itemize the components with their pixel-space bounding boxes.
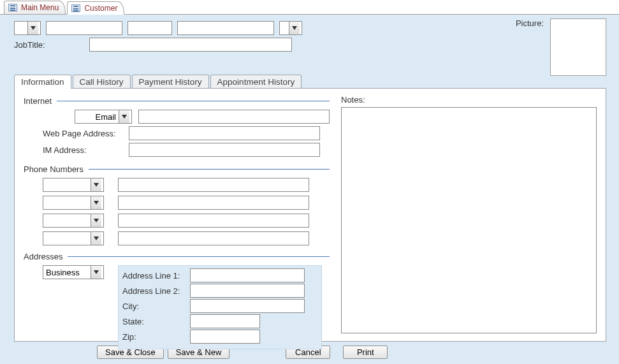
address-state-row: State: [122, 314, 316, 328]
chevron-down-icon [122, 115, 127, 119]
im-input[interactable] [129, 143, 320, 157]
addr-zip-input[interactable] [190, 330, 260, 344]
chevron-down-icon [94, 219, 99, 222]
phone-type-input[interactable] [43, 196, 91, 209]
address-city-row: City: [122, 299, 316, 313]
group-label: Phone Numbers [24, 164, 84, 174]
chevron-down-icon [94, 183, 99, 187]
phone-row-1 [24, 178, 330, 192]
tab-payment-history[interactable]: Payment History [132, 75, 209, 89]
detail-tabset: Information Call History Payment History… [14, 75, 606, 342]
tab-customer[interactable]: Customer [67, 1, 124, 15]
tab-call-history[interactable]: Call History [73, 75, 131, 89]
suffix-input[interactable] [280, 22, 289, 34]
addr-line2-input[interactable] [190, 284, 305, 298]
address-zip-row: Zip: [122, 330, 316, 344]
notes-textarea[interactable] [341, 107, 597, 333]
phone-type-input[interactable] [43, 232, 91, 245]
detail-tab-bar: Information Call History Payment History… [14, 75, 606, 89]
tab-appointment-history[interactable]: Appointment History [210, 75, 302, 89]
left-column: Internet Web Page Address: [24, 95, 330, 333]
jobtitle-input[interactable] [89, 38, 292, 52]
last-name-input[interactable] [177, 21, 274, 35]
phone-number-input[interactable] [118, 214, 309, 228]
main-tab-bar: Main Menu Customer [0, 0, 619, 15]
webpage-label: Web Page Address: [43, 129, 122, 138]
title-input[interactable] [15, 22, 27, 34]
phone-type-combo[interactable] [43, 214, 104, 228]
email-input[interactable] [138, 110, 330, 124]
webpage-input[interactable] [129, 126, 320, 140]
tab-main-menu[interactable]: Main Menu [4, 1, 66, 14]
customer-form: JobTitle: Picture: Information Call Hist… [0, 15, 619, 364]
dropdown-button[interactable] [91, 196, 101, 209]
first-name-input[interactable] [46, 21, 122, 35]
chevron-down-icon [292, 26, 297, 30]
addr-city-label: City: [122, 302, 186, 311]
chevron-down-icon [94, 237, 99, 240]
svg-marker-7 [94, 270, 99, 274]
chevron-down-icon [94, 270, 99, 274]
address-line2-row: Address Line 2: [122, 284, 316, 298]
addr-line1-label: Address Line 1: [122, 271, 186, 280]
email-type-input[interactable] [75, 110, 119, 123]
svg-marker-3 [94, 183, 99, 187]
email-row [24, 110, 330, 124]
phone-type-combo[interactable] [43, 196, 104, 210]
tab-information[interactable]: Information [14, 75, 71, 89]
phone-type-input[interactable] [43, 214, 91, 227]
address-type-input[interactable] [43, 266, 91, 279]
phone-number-input[interactable] [118, 196, 309, 210]
svg-marker-2 [122, 115, 127, 119]
email-type-combo[interactable] [75, 110, 132, 124]
divider-line [89, 169, 330, 170]
im-label: IM Address: [43, 145, 122, 155]
addr-line2-label: Address Line 2: [122, 286, 186, 296]
right-column: Notes: [341, 95, 597, 333]
phone-number-input[interactable] [118, 231, 309, 245]
information-panel: Internet Web Page Address: [14, 88, 606, 342]
dropdown-button[interactable] [289, 22, 300, 34]
dropdown-button[interactable] [91, 266, 101, 279]
phone-row-4 [24, 231, 330, 245]
address-panel: Address Line 1: Address Line 2: City: [118, 265, 322, 349]
svg-marker-6 [94, 237, 99, 240]
phone-type-combo[interactable] [43, 231, 104, 245]
dropdown-button[interactable] [27, 22, 38, 34]
jobtitle-label: JobTitle: [14, 40, 84, 50]
addresses-group-title: Addresses [24, 252, 330, 261]
tab-label: Customer [84, 4, 117, 13]
addr-line1-input[interactable] [190, 268, 305, 282]
address-type-combo[interactable] [43, 265, 104, 279]
phone-group-title: Phone Numbers [24, 164, 330, 174]
im-row: IM Address: [24, 143, 330, 157]
dropdown-button[interactable] [91, 232, 101, 245]
chevron-down-icon [94, 201, 99, 205]
phone-type-combo[interactable] [43, 178, 104, 192]
phone-row-2 [24, 196, 330, 210]
picture-label: Picture: [516, 18, 544, 28]
group-label: Internet [24, 96, 52, 106]
phone-type-input[interactable] [43, 178, 91, 191]
addr-city-input[interactable] [190, 299, 305, 313]
middle-name-input[interactable] [127, 21, 172, 35]
title-combo[interactable] [14, 21, 41, 35]
picture-box[interactable] [550, 18, 606, 76]
picture-block: Picture: [516, 18, 606, 76]
webpage-row: Web Page Address: [24, 126, 330, 140]
svg-marker-0 [31, 26, 36, 30]
divider-line [57, 101, 330, 101]
notes-label: Notes: [341, 95, 597, 105]
print-button[interactable]: Print [343, 346, 388, 359]
suffix-combo[interactable] [279, 21, 302, 35]
chevron-down-icon [31, 26, 36, 30]
dropdown-button[interactable] [91, 214, 101, 227]
dropdown-button[interactable] [119, 110, 129, 123]
internet-group-title: Internet [24, 96, 330, 106]
tab-label: Main Menu [21, 3, 59, 12]
addr-state-input[interactable] [190, 314, 260, 328]
svg-marker-5 [94, 219, 99, 222]
dropdown-button[interactable] [91, 178, 101, 191]
phone-number-input[interactable] [118, 178, 309, 192]
addr-state-label: State: [122, 317, 186, 326]
